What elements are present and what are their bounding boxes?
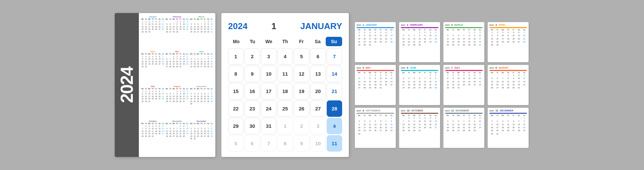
card-header: 20248AUGUST [489, 67, 527, 69]
cal-cell[interactable]: 27 [310, 100, 326, 117]
card-header: 202412DECEMBER [489, 109, 527, 112]
month-card-november: 202411NOVEMBERMoTuWeThFrSaSu123456789101… [443, 108, 484, 148]
cal-cell[interactable]: 26 [294, 100, 309, 117]
cal-cell[interactable]: 15 [228, 83, 244, 99]
cal-cell[interactable]: 8 [277, 135, 293, 152]
mini-calendars-grid: JanuaryMoTuWeThFrSaSu1234567891011121314… [139, 13, 215, 157]
card-color-bar [489, 27, 527, 28]
card-color-bar [401, 113, 438, 114]
cal-cell[interactable]: 20 [310, 83, 326, 99]
card-header: 20244APRIL [489, 24, 527, 26]
mini-cal-march: MarchMoTuWeThFrSaSu123456789101112131415… [190, 16, 213, 50]
cal-cell[interactable]: 14 [327, 66, 342, 82]
mini-cal-january: JanuaryMoTuWeThFrSaSu1234567891011121314… [141, 16, 165, 50]
day-header-su: Su [326, 37, 342, 46]
cal-cell[interactable]: 4 [327, 118, 342, 134]
right-panel: 20241JANUARYMoTuWeThFrSaSu12345678910111… [355, 22, 529, 148]
card-header: 202410OCTOBER [401, 109, 438, 112]
cal-cell[interactable]: 11 [277, 66, 293, 82]
mini-cal-may: MayMoTuWeThFrSaSu12345678910111213141516… [165, 51, 189, 85]
cal-cell[interactable]: 24 [261, 100, 276, 117]
card-color-bar [357, 113, 394, 114]
cal-cell[interactable]: 2 [294, 118, 309, 134]
cal-cell[interactable]: 25 [277, 100, 293, 117]
card-color-bar [401, 70, 438, 71]
cal-cell[interactable]: 17 [261, 83, 276, 99]
month-card-september: 20249SEPTEMBERMoTuWeThFrSaSu123456789101… [355, 108, 396, 148]
card-header: 20249SEPTEMBER [357, 109, 394, 112]
cal-cell[interactable]: 11 [327, 135, 342, 152]
day-header-we: We [261, 37, 277, 46]
card-header: 20245MAY [357, 67, 394, 69]
cal-cell[interactable]: 5 [294, 48, 309, 65]
cal-cell[interactable]: 10 [261, 66, 276, 82]
cal-cell[interactable]: 12 [294, 66, 309, 82]
cal-cell[interactable]: 6 [310, 48, 326, 65]
card-header: 20246JUNE [401, 67, 438, 69]
mini-cal-july: JulyMoTuWeThFrSaSu1234567891011121314151… [141, 85, 165, 119]
month-card-january: 20241JANUARYMoTuWeThFrSaSu12345678910111… [355, 22, 396, 62]
big-cal-header: MoTuWeThFrSaSu [228, 37, 342, 46]
center-year: 2024 [228, 21, 248, 31]
card-color-bar [489, 70, 527, 71]
mini-cal-june: JuneMoTuWeThFrSaSu1234567891011121314151… [190, 51, 213, 85]
card-color-bar [357, 70, 394, 71]
card-color-bar [445, 27, 483, 28]
cal-cell[interactable]: 1 [228, 48, 244, 65]
cal-cell[interactable]: 30 [245, 118, 260, 134]
big-cal-grid: 1234567891011121314151617181920212223242… [228, 48, 342, 152]
cal-cell[interactable]: 9 [294, 135, 309, 152]
card-color-bar [357, 27, 394, 28]
cal-cell[interactable]: 31 [261, 118, 276, 134]
card-header: 20247JULY [445, 67, 483, 69]
month-card-august: 20248AUGUSTMoTuWeThFrSaSu123456789101112… [488, 65, 529, 105]
mini-cal-september: SeptemberMoTuWeThFrSaSu12345678910111213… [190, 85, 213, 119]
cal-cell[interactable]: 10 [310, 135, 326, 152]
day-header-mo: Mo [228, 37, 245, 46]
day-header-sa: Sa [310, 37, 326, 46]
cal-cell[interactable]: 21 [327, 83, 342, 99]
center-header: 2024 1 JANUARY [228, 21, 342, 31]
cal-cell[interactable]: 18 [277, 83, 293, 99]
card-header: 20243MARCH [445, 24, 483, 26]
year-display: 2024 [119, 67, 135, 103]
main-container: 2024 JanuaryMoTuWeThFrSaSu12345678910111… [108, 6, 536, 164]
mini-cal-february: FebruaryMoTuWeThFrSaSu123456789101112131… [165, 16, 189, 50]
left-panel: 2024 JanuaryMoTuWeThFrSaSu12345678910111… [115, 13, 215, 157]
card-color-bar [489, 113, 527, 114]
cal-cell[interactable]: 7 [327, 48, 342, 65]
month-card-april: 20244APRILMoTuWeThFrSaSu1234567891011121… [488, 22, 529, 62]
cal-cell[interactable]: 3 [261, 48, 276, 65]
card-header: 20242FEBRUARY [401, 24, 438, 26]
center-panel: 2024 1 JANUARY MoTuWeThFrSaSu 1234567891… [221, 13, 349, 157]
cal-cell[interactable]: 23 [245, 100, 260, 117]
cal-cell[interactable]: 22 [228, 100, 244, 117]
cal-cell[interactable]: 2 [245, 48, 260, 65]
cal-cell[interactable]: 13 [310, 66, 326, 82]
cal-cell[interactable]: 29 [228, 118, 244, 134]
mini-cal-november: NovemberMoTuWeThFrSaSu123456789101112131… [165, 120, 189, 154]
cal-cell[interactable]: 1 [277, 118, 293, 134]
card-header: 20241JANUARY [357, 24, 394, 26]
mini-cal-december: DecemberMoTuWeThFrSaSu123456789101112131… [190, 120, 213, 154]
card-color-bar [445, 113, 483, 114]
month-card-march: 20243MARCHMoTuWeThFrSaSu1234567891011121… [443, 22, 484, 62]
mini-cal-august: AugustMoTuWeThFrSaSu12345678910111213141… [165, 85, 189, 119]
cal-cell[interactable]: 16 [245, 83, 260, 99]
cal-cell[interactable]: 8 [228, 66, 244, 82]
mini-cal-october: OctoberMoTuWeThFrSaSu1234567891011121314… [141, 120, 165, 154]
cal-cell[interactable]: 5 [228, 135, 244, 152]
year-sidebar: 2024 [115, 13, 139, 157]
cal-cell[interactable]: 9 [245, 66, 260, 82]
cal-cell[interactable]: 4 [277, 48, 293, 65]
day-header-fr: Fr [293, 37, 310, 46]
cal-cell[interactable]: 19 [294, 83, 309, 99]
cal-cell[interactable]: 3 [310, 118, 326, 134]
cal-cell[interactable]: 7 [261, 135, 276, 152]
day-header-tu: Tu [245, 37, 261, 46]
center-number: 1 [250, 21, 298, 31]
month-card-october: 202410OCTOBERMoTuWeThFrSaSu1234567891011… [399, 108, 440, 148]
month-card-may: 20245MAYMoTuWeThFrSaSu123456789101112131… [355, 65, 396, 105]
cal-cell[interactable]: 28 [327, 100, 342, 117]
cal-cell[interactable]: 6 [245, 135, 260, 152]
